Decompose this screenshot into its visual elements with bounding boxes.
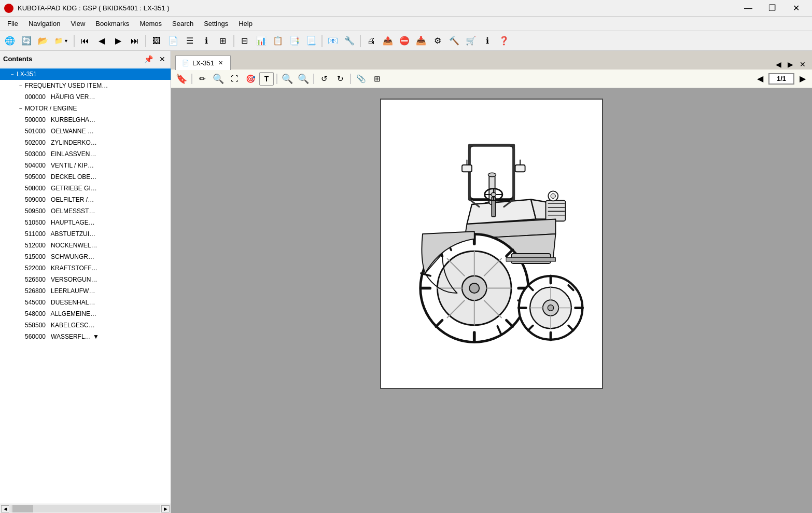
- menu-view[interactable]: View: [65, 18, 90, 30]
- list-item[interactable]: 526500 VERSORGUN…: [0, 274, 171, 285]
- view-img-btn[interactable]: 🖼: [149, 33, 164, 49]
- tab-close-btn[interactable]: ✕: [217, 60, 224, 66]
- close-button[interactable]: ✕: [784, 0, 808, 17]
- list-item[interactable]: 509500 OELMESSST…: [0, 205, 171, 217]
- list-item[interactable]: 000000 HÄUFIG VER…: [0, 91, 171, 103]
- list-item[interactable]: 505000 DECKEL OBE…: [0, 171, 171, 183]
- view-sep2: [276, 74, 277, 84]
- list-item[interactable]: 526800 LEERLAUFW…: [0, 285, 171, 297]
- tbl1-btn[interactable]: ⊟: [237, 33, 253, 49]
- export-btn[interactable]: 📤: [380, 33, 396, 49]
- mail-btn[interactable]: 📧: [325, 33, 341, 49]
- menu-help[interactable]: Help: [233, 18, 258, 30]
- rotate-right-btn[interactable]: ↻: [333, 72, 347, 86]
- svg-point-38: [548, 305, 553, 311]
- attach-btn[interactable]: 📎: [354, 72, 368, 86]
- tool-btn[interactable]: 🔧: [342, 33, 357, 49]
- list-item[interactable]: 522000 KRAFTSTOFF…: [0, 262, 171, 274]
- zoom-in-btn[interactable]: 🔍: [280, 72, 295, 86]
- rotate-left-btn[interactable]: ↺: [317, 72, 331, 86]
- list-item[interactable]: 515000 SCHWUNGR…: [0, 251, 171, 262]
- root-expander[interactable]: −: [8, 70, 17, 78]
- open-dropdown[interactable]: 📁▼: [52, 35, 71, 46]
- cart-btn[interactable]: 🛒: [463, 33, 479, 49]
- bookmark-btn[interactable]: 🔖: [174, 72, 189, 86]
- page-prev-btn[interactable]: ◀: [754, 73, 766, 85]
- page-next-btn[interactable]: ▶: [796, 73, 809, 85]
- minimize-button[interactable]: —: [736, 0, 760, 17]
- restore-button[interactable]: ❐: [760, 0, 784, 17]
- list-item[interactable]: 501000 OELWANNE …: [0, 126, 171, 137]
- list-item[interactable]: 508000 GETRIEBE GI…: [0, 183, 171, 194]
- view-info-btn[interactable]: ℹ: [199, 33, 214, 49]
- tbl5-btn[interactable]: 📃: [303, 33, 319, 49]
- print-btn[interactable]: 🖨: [363, 33, 379, 49]
- sep2: [145, 35, 146, 47]
- grid-view-btn[interactable]: ⊞: [370, 72, 384, 86]
- menu-settings[interactable]: Settings: [199, 18, 233, 30]
- list-item[interactable]: 500000 KURBELGHA…: [0, 114, 171, 126]
- home-btn[interactable]: 🌐: [2, 33, 18, 49]
- first-btn[interactable]: ⏮: [77, 33, 93, 49]
- fit-page-btn[interactable]: ⛶: [227, 72, 242, 86]
- page-navigation: ◀ ▶: [754, 73, 809, 85]
- list-item[interactable]: 503000 EINLASSVEN…: [0, 148, 171, 160]
- back-btn[interactable]: ◀: [94, 33, 109, 49]
- last-btn[interactable]: ⏭: [127, 33, 143, 49]
- zoom-out-btn[interactable]: 🔍: [296, 72, 311, 86]
- tab-prev-btn[interactable]: ◀: [774, 59, 783, 70]
- view-grid-btn[interactable]: ⊞: [215, 33, 231, 49]
- expander[interactable]: −: [17, 81, 25, 90]
- tab-next-btn[interactable]: ▶: [786, 59, 795, 70]
- open-btn[interactable]: 📂: [35, 33, 51, 49]
- tree-root-node[interactable]: − LX-351: [0, 68, 171, 80]
- annotate-btn[interactable]: ✏: [195, 72, 209, 86]
- stop-btn[interactable]: ⛔: [397, 33, 412, 49]
- list-item[interactable]: 558500 KABELGESC…: [0, 320, 171, 331]
- tab-close-all-btn[interactable]: ✕: [797, 59, 808, 70]
- tools2-btn[interactable]: 🔨: [446, 33, 462, 49]
- document-page: [380, 99, 603, 389]
- sidebar-title: Contents: [3, 55, 32, 63]
- menu-memos[interactable]: Memos: [134, 18, 167, 30]
- menu-navigation[interactable]: Navigation: [23, 18, 65, 30]
- list-item[interactable]: 502000 ZYLINDERKO…: [0, 137, 171, 148]
- text-btn[interactable]: T: [259, 72, 274, 86]
- list-item[interactable]: − FREQUENTLY USED ITEM…: [0, 80, 171, 91]
- list-item[interactable]: 511000 ABSTUETZUI…: [0, 228, 171, 240]
- svg-rect-52: [507, 258, 556, 262]
- sidebar-pin-btn[interactable]: 📌: [142, 54, 155, 64]
- menu-search[interactable]: Search: [167, 18, 199, 30]
- tbl3-btn[interactable]: 📋: [270, 33, 286, 49]
- forward-btn[interactable]: ▶: [110, 33, 126, 49]
- list-item[interactable]: 545000 DUESENHAL…: [0, 297, 171, 308]
- menu-bookmarks[interactable]: Bookmarks: [90, 18, 134, 30]
- view-list-btn[interactable]: ☰: [182, 33, 198, 49]
- scroll-left-btn[interactable]: ◀: [1, 505, 9, 512]
- info3-btn[interactable]: ℹ: [480, 33, 495, 49]
- tab-lx351[interactable]: 📄 LX-351 ✕: [175, 56, 231, 70]
- list-item[interactable]: 560000 WASSERFL… ▼: [0, 331, 171, 342]
- list-item[interactable]: 512000 NOCKENWEL…: [0, 240, 171, 251]
- document-view[interactable]: [171, 88, 812, 513]
- expander[interactable]: −: [17, 104, 25, 113]
- page-number-input[interactable]: [768, 73, 794, 85]
- tbl2-btn[interactable]: 📊: [254, 33, 269, 49]
- settings2-btn[interactable]: ⚙: [430, 33, 445, 49]
- list-item[interactable]: 510500 HAUPTLAGE…: [0, 217, 171, 228]
- menu-file[interactable]: File: [2, 18, 23, 30]
- list-item[interactable]: 509000 OELFILTER /…: [0, 194, 171, 205]
- sidebar-close-btn[interactable]: ✕: [157, 54, 167, 64]
- refresh-btn[interactable]: 🔄: [19, 33, 34, 49]
- view-doc-btn[interactable]: 📄: [165, 33, 181, 49]
- list-item[interactable]: − MOTOR / ENGINE: [0, 103, 171, 114]
- target-btn[interactable]: 🎯: [243, 72, 258, 86]
- tbl4-btn[interactable]: 📑: [287, 33, 302, 49]
- search-page-btn[interactable]: 🔍: [211, 72, 226, 86]
- import-btn[interactable]: 📥: [413, 33, 429, 49]
- tree[interactable]: − LX-351 − FREQUENTLY USED ITEM… 000000 …: [0, 67, 171, 504]
- list-item[interactable]: 504000 VENTIL / KIP…: [0, 160, 171, 171]
- scroll-right-btn[interactable]: ▶: [161, 505, 170, 512]
- help-btn[interactable]: ❓: [496, 33, 512, 49]
- list-item[interactable]: 548000 ALLGEMEINE…: [0, 308, 171, 320]
